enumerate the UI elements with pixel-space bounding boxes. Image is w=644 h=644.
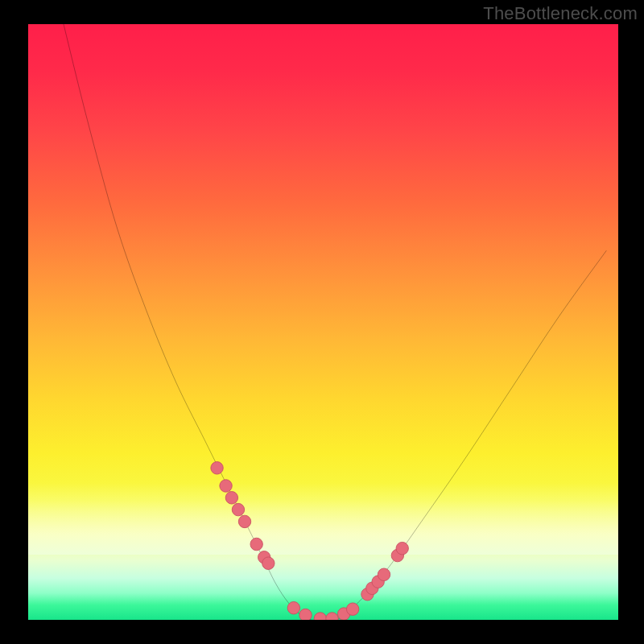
curve-marker xyxy=(211,462,223,475)
curve-marker xyxy=(346,603,358,616)
curve-marker xyxy=(378,568,390,581)
marker-layer xyxy=(211,462,409,620)
curve-marker xyxy=(238,515,250,528)
curve-marker xyxy=(250,538,262,551)
curve-marker xyxy=(287,601,299,614)
bottleneck-curve-path xyxy=(64,24,606,620)
plot-area xyxy=(28,24,618,620)
curve-marker xyxy=(314,613,326,620)
curve-marker xyxy=(225,492,237,505)
curve-marker xyxy=(326,613,338,620)
curve-marker xyxy=(396,542,408,555)
chart-frame: TheBottleneck.com xyxy=(0,0,644,644)
curve-marker xyxy=(232,503,244,516)
bottleneck-curve-svg xyxy=(28,24,618,620)
curve-marker xyxy=(220,480,232,493)
watermark-text: TheBottleneck.com xyxy=(483,3,638,24)
curve-marker xyxy=(262,557,275,570)
curve-marker xyxy=(299,609,312,620)
